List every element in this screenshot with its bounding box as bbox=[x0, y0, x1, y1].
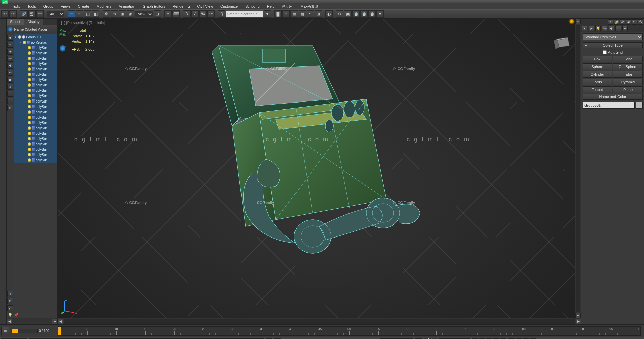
object-color-swatch[interactable] bbox=[636, 102, 643, 109]
filter-group-icon[interactable]: ▣ bbox=[7, 77, 13, 83]
angle-snap-button[interactable]: ∠ bbox=[191, 10, 199, 18]
unlink-button[interactable]: ⛓ bbox=[28, 10, 36, 18]
spinner-snap-button[interactable]: ⟳ bbox=[207, 10, 215, 18]
bind-spacewarp-button[interactable]: 〰 bbox=[36, 10, 44, 18]
filter-invert-icon[interactable]: ⇄ bbox=[7, 305, 13, 311]
layer-explorer-button[interactable]: ▤ bbox=[290, 10, 298, 18]
tree-row[interactable]: polySur bbox=[14, 50, 57, 56]
autogrid-checkbox[interactable] bbox=[603, 50, 607, 54]
rollout-name-color[interactable]: Name and Color bbox=[583, 94, 643, 100]
keyboard-shortcut-button[interactable]: ⌨ bbox=[172, 10, 180, 18]
tree-row-group[interactable]: ▾Group001 bbox=[14, 34, 57, 40]
selection-filter-select[interactable]: All bbox=[47, 11, 64, 17]
primitive-geosphere-button[interactable]: GeoSphere bbox=[613, 63, 643, 70]
render-setup-button[interactable]: ⚙ bbox=[336, 10, 343, 18]
render-iterative-button[interactable]: 🍵 bbox=[360, 10, 368, 18]
time-config-button[interactable]: ⊞ bbox=[1, 327, 9, 335]
viewport-hscroll[interactable]: ◀▶ bbox=[58, 318, 581, 324]
named-selection-set-input[interactable] bbox=[226, 11, 263, 17]
schematic-view-button[interactable]: ⊞ bbox=[315, 10, 322, 18]
render-last-button[interactable]: 🍵 bbox=[368, 10, 376, 18]
cameras-cat-icon[interactable]: 📷 bbox=[602, 26, 607, 31]
tree-row[interactable]: polySur bbox=[14, 61, 57, 66]
primitive-cone-button[interactable]: Cone bbox=[613, 56, 643, 62]
primitive-box-button[interactable]: Box bbox=[583, 56, 612, 62]
filter-spacewarp-icon[interactable]: 〰 bbox=[7, 70, 13, 76]
filter-xref-icon[interactable]: x bbox=[7, 84, 13, 90]
rollout-object-type[interactable]: Object Type bbox=[583, 42, 643, 48]
menu-create[interactable]: Create bbox=[74, 4, 92, 9]
render-preset-button[interactable]: ▾ bbox=[376, 10, 384, 18]
edit-selection-set-button[interactable]: {} bbox=[218, 10, 225, 18]
tree-row[interactable]: polySur bbox=[14, 147, 57, 152]
systems-cat-icon[interactable]: ✱ bbox=[622, 26, 628, 31]
primitive-teapot-button[interactable]: Teapot bbox=[583, 86, 612, 93]
menu-edit[interactable]: Edit bbox=[10, 4, 23, 9]
filter-geometry-icon[interactable]: ◆ bbox=[7, 35, 13, 41]
render-frame-button[interactable]: ▣ bbox=[344, 10, 352, 18]
display-tab-icon[interactable]: 🖵 bbox=[632, 19, 637, 25]
tree-row[interactable]: polySur bbox=[14, 82, 57, 88]
se-scroll-left[interactable]: ◀ bbox=[7, 319, 12, 324]
primitive-torus-button[interactable]: Torus bbox=[583, 79, 612, 85]
mirror-button[interactable]: ▐▌ bbox=[274, 10, 282, 18]
object-name-input[interactable] bbox=[583, 102, 635, 109]
filter-camera-icon[interactable]: 📷 bbox=[7, 56, 13, 62]
percent-snap-button[interactable]: % bbox=[199, 10, 207, 18]
time-ruler[interactable]: 0510152025303540455055606570758085909510… bbox=[58, 326, 641, 336]
render-prod-button[interactable]: 🍵 bbox=[352, 10, 360, 18]
menu-customize[interactable]: Customize bbox=[217, 4, 241, 9]
toggle-ribbon-button[interactable]: ▦ bbox=[299, 10, 306, 18]
motion-tab-icon[interactable]: ◉ bbox=[626, 19, 631, 25]
undo-button[interactable]: ↶ bbox=[1, 10, 9, 18]
tree-row[interactable]: polySur bbox=[14, 88, 57, 93]
tree-row[interactable]: polySur bbox=[14, 131, 57, 136]
filter-helper-icon[interactable]: ✚ bbox=[7, 63, 13, 69]
menu-animation[interactable]: Animation bbox=[115, 4, 139, 9]
filter-light-icon[interactable]: ☀ bbox=[7, 49, 13, 55]
primitive-sphere-button[interactable]: Sphere bbox=[583, 63, 612, 70]
align-button[interactable]: ≡ bbox=[282, 10, 290, 18]
helpers-cat-icon[interactable]: ✚ bbox=[609, 26, 614, 31]
utilities-tab-icon[interactable]: 🔧 bbox=[638, 19, 643, 25]
tab-select[interactable]: Select bbox=[7, 19, 24, 25]
time-slider[interactable] bbox=[11, 329, 38, 333]
curve-editor-button[interactable]: 〜 bbox=[307, 10, 314, 18]
tree-row[interactable]: polySur bbox=[14, 45, 57, 50]
menu-liuyunku[interactable]: 溜云库 bbox=[278, 3, 296, 10]
link-button[interactable]: 🔗 bbox=[20, 10, 28, 18]
select-object-button[interactable]: ▭ bbox=[68, 10, 75, 18]
filter-bone-icon[interactable]: ⟊ bbox=[7, 91, 13, 97]
tree-row[interactable]: polySur bbox=[14, 72, 57, 77]
tree-row[interactable]: polySur bbox=[14, 120, 57, 125]
filter-none-icon[interactable]: ∅ bbox=[7, 298, 13, 304]
primitive-tube-button[interactable]: Tube bbox=[613, 71, 643, 78]
tree-row[interactable]: polySur bbox=[14, 56, 57, 61]
tab-display[interactable]: Display bbox=[24, 19, 43, 25]
select-place-button[interactable]: ◉ bbox=[127, 10, 134, 18]
se-scroll-right[interactable]: ▶ bbox=[52, 319, 57, 324]
tree-row[interactable]: polySur bbox=[14, 93, 57, 98]
tree-row[interactable]: polySur bbox=[14, 109, 57, 115]
menu-tools[interactable]: Tools bbox=[24, 4, 39, 9]
filter-all-icon[interactable]: ∀ bbox=[7, 291, 13, 297]
selection-set-dropdown-button[interactable]: ▾ bbox=[264, 10, 271, 18]
primitive-cylinder-button[interactable]: Cylinder bbox=[583, 71, 612, 78]
tree-row[interactable]: polySur bbox=[14, 115, 57, 120]
tree-row[interactable]: polySur bbox=[14, 141, 57, 147]
menu-max-antivirus[interactable]: Max杀毒卫士 bbox=[297, 3, 325, 10]
tree-row[interactable]: polySur bbox=[14, 66, 57, 72]
tree-row[interactable]: polySur bbox=[14, 125, 57, 131]
tree-row[interactable]: polySur bbox=[14, 157, 57, 163]
tree-row[interactable]: polySur bbox=[14, 136, 57, 141]
modify-tab-icon[interactable]: 🌈 bbox=[614, 19, 619, 25]
lights-cat-icon[interactable]: 💡 bbox=[595, 26, 601, 31]
filter-shape-icon[interactable]: ○ bbox=[7, 42, 13, 48]
menu-views[interactable]: Views bbox=[57, 4, 74, 9]
primitive-plane-button[interactable]: Plane bbox=[613, 86, 643, 93]
select-scale-button[interactable]: ▣ bbox=[119, 10, 126, 18]
tree-row[interactable]: polySur bbox=[14, 152, 57, 157]
select-rotate-button[interactable]: ⟲ bbox=[111, 10, 118, 18]
material-editor-button[interactable]: ◐ bbox=[325, 10, 333, 18]
view-cube[interactable] bbox=[551, 32, 574, 56]
